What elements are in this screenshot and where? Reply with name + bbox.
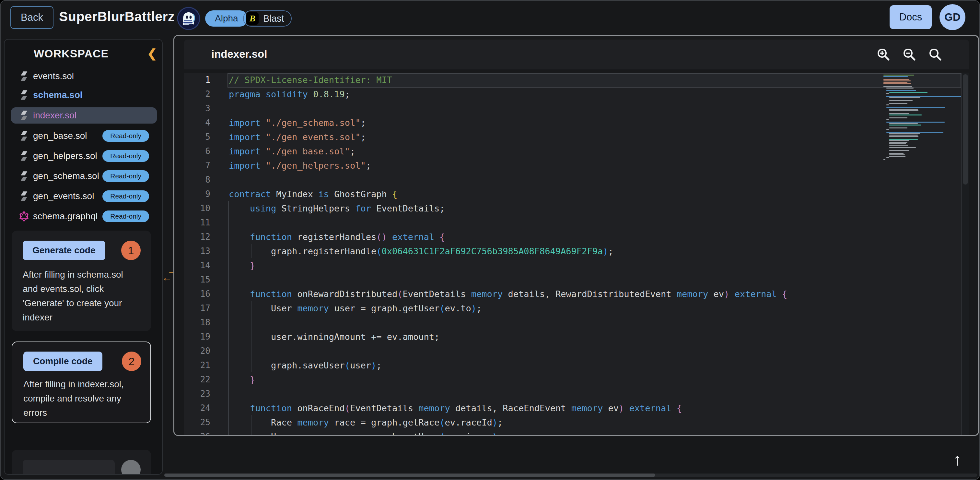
horizontal-scrollbar-thumb[interactable] [164,474,655,477]
minimap-line [889,140,909,141]
line-number: 4 [184,118,210,128]
scroll-to-top-button[interactable]: ↑ [948,450,967,469]
minimap-line [889,97,920,98]
minimap-line [889,103,907,104]
code-line-5: 5import "./gen_events.sol"; [184,130,962,144]
minimap-line [889,145,908,146]
step-2-description: After filling in indexer.sol, compile an… [23,377,139,420]
vertical-scrollbar[interactable] [961,73,969,436]
line-number: 19 [184,332,210,341]
minimap[interactable] [883,75,959,237]
code-line-12: 12 function registerHandles() external { [184,230,962,244]
blast-badge[interactable]: B Blast [243,10,292,27]
minimap-line [889,124,921,126]
line-number: 18 [184,317,210,327]
line-number: 17 [184,303,210,313]
line-number: 5 [184,132,210,142]
line-number: 25 [184,418,210,427]
code-area[interactable]: 1// SPDX-License-Identifier: MIT2pragma … [184,73,969,436]
minimap-line [883,79,909,80]
minimap-line [889,133,920,134]
line-content: User memory user = graph.getUser(ev.to); [229,303,482,313]
line-number: 13 [184,246,210,256]
back-button[interactable]: Back [10,6,54,29]
file-item-gen_schema.sol[interactable]: gen_schema.solRead-only [11,168,157,184]
minimap-line [889,100,913,101]
zoom-in-icon[interactable] [876,47,891,62]
line-content: } [229,260,255,271]
minimap-line [889,156,905,157]
minimap-line [886,93,889,94]
minimap-line [889,113,909,114]
minimap-line [889,135,918,136]
file-item-indexer.sol[interactable]: indexer.sol [11,107,157,124]
line-number: 9 [184,189,210,199]
resize-handle-left-icon[interactable]: ← [162,272,172,284]
minimap-line [886,107,945,108]
file-item-schema.sol[interactable]: schema.sol [11,87,157,103]
line-number: 3 [184,104,210,113]
step-2-card: Compile code 2 After filling in indexer.… [12,341,151,423]
line-number: 16 [184,289,210,299]
code-line-23: 23 [184,387,962,401]
line-content: } [229,375,255,385]
collapse-sidebar-icon[interactable]: ❮ [147,47,157,60]
line-number: 14 [184,260,210,270]
readonly-badge: Read-only [102,170,149,182]
line-content: function registerHandles() external { [229,232,445,242]
vertical-scrollbar-thumb[interactable] [963,74,968,185]
solidity-icon [19,191,29,201]
editor-header: indexer.sol [184,40,969,69]
line-content: pragma solidity 0.8.19; [229,89,350,99]
file-name: gen_events.sol [33,191,94,201]
line-number: 20 [184,346,210,356]
file-name: gen_base.sol [33,131,87,141]
line-number: 22 [184,375,210,384]
solidity-icon [19,171,29,181]
minimap-line [883,86,912,87]
file-name: schema.graphql [33,211,97,222]
line-content: graph.registerHandle(0x064631C1F2aF692C7… [229,246,614,256]
step-3-button[interactable] [23,460,115,475]
line-content: User memory user = graph.getUser(ev.winn… [229,432,503,436]
line-content: Race memory race = graph.getRace(ev.race… [229,418,503,427]
step-1-number-badge: 1 [121,241,141,260]
zoom-out-icon[interactable] [902,47,916,62]
ghost-logo-icon [177,7,200,30]
search-icon[interactable] [928,47,942,62]
file-item-gen_events.sol[interactable]: gen_events.solRead-only [11,188,157,204]
minimap-line [883,82,907,83]
minimap-line [883,83,911,84]
file-item-schema.graphql[interactable]: schema.graphqlRead-only [11,208,157,225]
file-item-events.sol[interactable]: events.sol [11,68,157,85]
line-number: 10 [184,203,210,213]
generate-code-button[interactable]: Generate code [23,241,105,260]
minimap-line [889,110,918,111]
horizontal-scrollbar[interactable] [164,474,977,477]
compile-code-button[interactable]: Compile code [23,352,102,371]
readonly-badge: Read-only [102,190,149,202]
line-number: 21 [184,360,210,370]
minimap-line [886,132,943,132]
user-avatar[interactable]: GD [940,4,966,30]
line-content: contract MyIndex is GhostGraph { [229,189,397,199]
minimap-line [886,129,889,130]
minimap-line [889,142,907,143]
code-line-3: 3 [184,101,962,115]
step-3-number-badge [121,460,141,475]
code-line-8: 8 [184,172,962,187]
readonly-badge: Read-only [102,130,149,142]
app-title: SuperBlurBattlerz [59,9,175,24]
editor-filename: indexer.sol [211,48,267,60]
file-name: gen_helpers.sol [33,151,97,161]
line-content: function onRewardDistributed(EventDetail… [229,289,787,299]
minimap-line [883,159,885,160]
minimap-line [883,75,914,76]
file-item-gen_base.sol[interactable]: gen_base.solRead-only [11,128,157,144]
docs-button[interactable]: Docs [889,5,932,29]
line-number: 26 [184,432,210,436]
code-line-7: 7import "./gen_helpers.sol"; [184,158,962,172]
line-content: graph.saveUser(user); [229,360,382,370]
step-1-description: After filling in schema.sol and events.s… [23,268,138,325]
file-item-gen_helpers.sol[interactable]: gen_helpers.solRead-only [11,148,157,164]
